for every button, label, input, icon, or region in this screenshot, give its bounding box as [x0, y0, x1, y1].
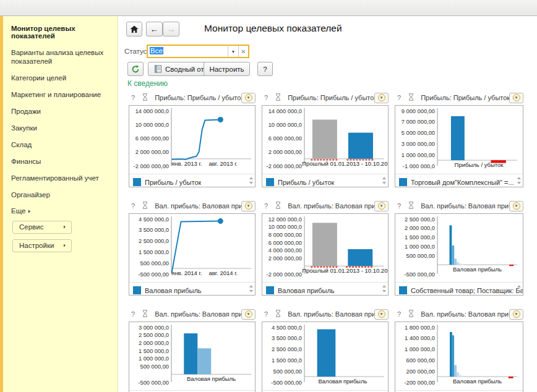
- kpi-tile-header: ? Прибыль: Прибыль / убыток, ... ▼: [129, 92, 256, 104]
- legend-scroll-arrows[interactable]: [249, 177, 253, 184]
- legend-scroll-arrows[interactable]: [382, 177, 386, 184]
- svg-text:1 500 000,0: 1 500 000,0: [139, 348, 169, 354]
- tile-help-icon[interactable]: ?: [264, 202, 268, 210]
- tile-help-icon[interactable]: ?: [131, 202, 135, 210]
- legend-scroll-arrows[interactable]: [249, 285, 253, 292]
- tile-menu-button[interactable]: ▼: [509, 201, 523, 211]
- svg-text:Валовая прибыль: Валовая прибыль: [187, 375, 236, 382]
- settings-button[interactable]: Настройки: [12, 239, 72, 252]
- chart-plot: 1 800 000,01 400 000,01 000 000,0600 000…: [395, 322, 521, 388]
- sidebar-more-menu[interactable]: Еще: [11, 207, 110, 215]
- kpi-chart[interactable]: 14 000 000,010 000 000,06 000 000,002 00…: [262, 105, 389, 187]
- chevron-down-circle-icon: ▼: [513, 94, 520, 101]
- kpi-chart[interactable]: 14 000 000,010 000 000,06 000 000,002 00…: [129, 105, 256, 187]
- scroll-up-icon: [382, 177, 386, 179]
- status-dropdown-button[interactable]: ▼: [228, 46, 238, 57]
- svg-text:500 000,00: 500 000,00: [140, 260, 169, 266]
- svg-text:авг. 2013 г.: авг. 2013 г.: [209, 160, 238, 167]
- svg-text:4 000 000,00: 4 000 000,00: [268, 247, 302, 254]
- svg-text:1 800 000,0: 1 800 000,0: [405, 325, 435, 331]
- legend-color-swatch: [399, 286, 407, 294]
- tile-title: Вал. прибыль: Валовая при...: [288, 310, 374, 318]
- hourglass-icon: [275, 200, 281, 211]
- chevron-down-circle-icon: ▼: [378, 310, 385, 318]
- tile-help-icon[interactable]: ?: [131, 310, 135, 318]
- hourglass-icon: [408, 200, 414, 211]
- chart-plot: 4 500 000,03 500 000,02 500 000,01 500 0…: [129, 214, 255, 279]
- info-link[interactable]: К сведению: [127, 79, 168, 88]
- close-icon: ✕: [241, 48, 246, 55]
- back-button[interactable]: ←: [146, 22, 163, 36]
- svg-text:Валовая прибыль: Валовая прибыль: [453, 266, 502, 273]
- kpi-chart[interactable]: 3 000 000,02 500 000,02 000 000,01 500 0…: [129, 322, 256, 392]
- service-button[interactable]: Сервис: [12, 221, 72, 234]
- tile-menu-button[interactable]: ▼: [509, 93, 523, 103]
- legend-color-swatch: [133, 178, 141, 186]
- kpi-tile: ? Вал. прибыль: Валовая приб... ▼ 3 000 …: [129, 308, 256, 392]
- hourglass-icon: [408, 92, 414, 103]
- chart-legend: Валовая прибыль: [262, 282, 388, 298]
- tile-title: Прибыль: Прибыль / убыток п...: [421, 94, 509, 101]
- tile-menu-button[interactable]: ▼: [241, 93, 256, 103]
- scroll-up-icon: [249, 285, 253, 288]
- tile-menu-button[interactable]: ▼: [241, 309, 256, 320]
- tile-menu-button[interactable]: ▼: [374, 309, 389, 320]
- help-icon: ?: [263, 66, 267, 73]
- legend-color-swatch: [399, 178, 407, 186]
- refresh-button[interactable]: [127, 62, 144, 76]
- chevron-down-icon: ▼: [231, 49, 235, 53]
- sidebar-item-reglament-uchet[interactable]: Регламентированный учет: [11, 174, 110, 182]
- kpi-chart[interactable]: 2 500 000,02 000 000,01 500 000,01 000 0…: [395, 213, 523, 296]
- legend-scroll-arrows[interactable]: [382, 285, 386, 292]
- status-clear-button[interactable]: ✕: [238, 46, 248, 57]
- tile-help-icon[interactable]: ?: [397, 202, 401, 210]
- tile-help-icon[interactable]: ?: [264, 94, 268, 101]
- sidebar-item-sklad[interactable]: Склад: [11, 140, 110, 149]
- home-button[interactable]: [126, 22, 142, 36]
- kpi-tile: ? Вал. прибыль: Валовая приб... ▼ 4 500 …: [129, 200, 256, 296]
- chart-legend: Собственный товар; Поставщик: База...: [395, 282, 523, 298]
- svg-text:2 500 000,0: 2 500 000,0: [405, 216, 435, 223]
- legend-label: Прибыль / убыток: [278, 179, 334, 186]
- configure-button[interactable]: Настроить: [204, 62, 250, 76]
- status-filter-field[interactable]: Все ▼ ✕: [147, 45, 249, 58]
- chart-legend: Валовая прибыль: [129, 282, 255, 298]
- kpi-chart[interactable]: 1 800 000,01 400 000,01 000 000,0600 000…: [395, 322, 523, 392]
- tile-help-icon[interactable]: ?: [264, 310, 268, 318]
- svg-text:3 000 000,00: 3 000 000,00: [402, 141, 435, 147]
- chart-plot: 14 000 000,010 000 000,06 000 000,002 00…: [262, 106, 388, 171]
- forward-button[interactable]: →: [163, 22, 179, 36]
- tile-menu-button[interactable]: ▼: [374, 201, 389, 211]
- kpi-chart[interactable]: 12 000 000,010 000 000,08 000 000,006 00…: [262, 213, 389, 296]
- sidebar-item-zakupki[interactable]: Закупки: [11, 124, 110, 132]
- sidebar-item-varianty-analiza[interactable]: Варианты анализа целевых показателей: [11, 48, 110, 66]
- svg-text:2 000 000,00: 2 000 000,00: [135, 149, 169, 155]
- sidebar-item-kategorii-celey[interactable]: Категории целей: [11, 74, 110, 82]
- legend-scroll-arrows[interactable]: [517, 177, 521, 184]
- tile-menu-button[interactable]: ▼: [241, 201, 256, 211]
- svg-text:14 000 000,0: 14 000 000,0: [135, 108, 169, 114]
- tile-help-icon[interactable]: ?: [397, 94, 401, 101]
- legend-color-swatch: [266, 286, 274, 294]
- help-button[interactable]: ?: [257, 62, 273, 76]
- sidebar-item-finansy[interactable]: Финансы: [11, 157, 110, 166]
- tile-help-icon[interactable]: ?: [397, 310, 401, 318]
- status-filter-value[interactable]: Все: [148, 46, 228, 57]
- svg-text:Прошлый 01.01.2013 - 10.10.201: Прошлый 01.01.2013 - 10.10.2013: [302, 160, 388, 167]
- kpi-tile-header: ? Вал. прибыль: Валовая при... ▼: [262, 308, 389, 320]
- sidebar-item-organizer[interactable]: Органайзер: [11, 190, 110, 199]
- kpi-tile-header: ? Вал. прибыль: Валовая при... ▼: [262, 200, 389, 212]
- chevron-right-icon: [64, 244, 66, 247]
- tile-help-icon[interactable]: ?: [131, 94, 135, 101]
- tile-menu-button[interactable]: ▼: [509, 309, 523, 320]
- hourglass-icon: [275, 309, 281, 320]
- sidebar-item-marketing[interactable]: Маркетинг и планирование: [11, 90, 110, 99]
- sidebar-item-prodazhi[interactable]: Продажи: [11, 107, 110, 116]
- kpi-chart[interactable]: 4 500 000,03 500 000,02 500 000,01 500 0…: [129, 213, 256, 296]
- kpi-chart[interactable]: 4 500 000,03 500 000,02 500 000,01 500 0…: [262, 322, 389, 392]
- kpi-chart[interactable]: 9 000 000,007 000 000,005 000 000,003 00…: [395, 105, 523, 187]
- svg-text:5 000 000,00: 5 000 000,00: [402, 130, 435, 136]
- legend-scroll-arrows[interactable]: [517, 285, 521, 292]
- kpi-tile: ? Вал. прибыль: Валовая приб... ▼ 2 500 …: [395, 200, 523, 296]
- tile-menu-button[interactable]: ▼: [374, 93, 389, 103]
